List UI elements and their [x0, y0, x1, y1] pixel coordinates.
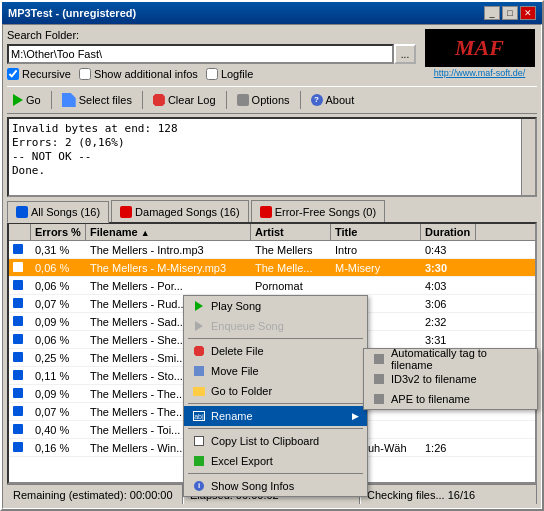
- minimize-button[interactable]: _: [484, 6, 500, 20]
- copy-list-icon: [192, 434, 206, 448]
- submenu-id3v2[interactable]: ID3v2 to filename: [364, 369, 537, 389]
- ctx-delete-file[interactable]: Delete File: [184, 341, 367, 361]
- log-line-4: Done.: [12, 164, 532, 178]
- row-icon-blue: [13, 442, 23, 452]
- submenu-arrow: ▶: [352, 411, 359, 421]
- about-icon: ?: [311, 94, 323, 106]
- logo-area: MAF http://www.maf-soft.de/: [422, 29, 537, 79]
- select-files-button[interactable]: Select files: [56, 89, 138, 111]
- browse-button[interactable]: ...: [394, 44, 416, 64]
- row-icon-blue: [13, 316, 23, 326]
- row-icon-blue: [13, 298, 23, 308]
- ctx-rename[interactable]: ab| Rename ▶: [184, 406, 367, 426]
- row-icon-blue: [13, 406, 23, 416]
- row-icon-blue: [13, 370, 23, 380]
- go-icon: [13, 94, 23, 106]
- table-row[interactable]: 0,31 % The Mellers - Intro.mp3 The Melle…: [9, 241, 535, 259]
- folder-input[interactable]: [7, 44, 394, 64]
- col-header-errors[interactable]: Errors %: [31, 224, 86, 240]
- main-window: MP3Test - (unregistered) _ □ ✕ Search Fo…: [0, 0, 544, 511]
- play-icon: [192, 299, 206, 313]
- rename-submenu: Automatically tag to filename ID3v2 to f…: [363, 348, 538, 410]
- show-additional-checkbox-label[interactable]: Show additional infos: [79, 68, 198, 80]
- col-header-icon[interactable]: [9, 224, 31, 240]
- table-row[interactable]: 0,06 % The Mellers - M-Misery.mp3 The Me…: [9, 259, 535, 277]
- options-icon: [237, 94, 249, 106]
- search-folder-label: Search Folder:: [7, 29, 79, 41]
- tab-error-free-songs[interactable]: Error-Free Songs (0): [251, 200, 385, 222]
- row-icon-blue: [13, 334, 23, 344]
- row-icon-blue: [13, 244, 23, 254]
- search-folder-section: Search Folder: ... Recursive: [7, 29, 416, 83]
- recursive-checkbox[interactable]: [7, 68, 19, 80]
- window-title: MP3Test - (unregistered): [8, 7, 136, 19]
- tab-all-songs-icon: [16, 206, 28, 218]
- table-row[interactable]: 0,06 % The Mellers - Por... Pornomat 4:0…: [9, 277, 535, 295]
- info-icon: i: [192, 479, 206, 493]
- log-line-2: Errors: 2 (0,16%): [12, 136, 532, 150]
- col-header-title[interactable]: Title: [331, 224, 421, 240]
- submenu-ape[interactable]: APE to filename: [364, 389, 537, 409]
- toolbar-separator-3: [226, 91, 227, 109]
- status-remaining: Remaining (estimated): 00:00:00: [7, 485, 183, 504]
- logfile-checkbox-label[interactable]: Logfile: [206, 68, 253, 80]
- table-header: Errors % Filename ▲ Artist Title Duratio…: [9, 224, 535, 241]
- row-icon-blue: [13, 352, 23, 362]
- ctx-move-file[interactable]: Move File: [184, 361, 367, 381]
- row-icon-blue: [13, 280, 23, 290]
- ctx-goto-folder[interactable]: Go to Folder: [184, 381, 367, 401]
- ctx-sep-3: [188, 428, 363, 429]
- tab-all-songs[interactable]: All Songs (16): [7, 201, 109, 223]
- delete-icon: [192, 344, 206, 358]
- context-menu: Play Song Enqueue Song Delete File Move …: [183, 295, 368, 497]
- folder-icon: [192, 384, 206, 398]
- log-scrollbar[interactable]: [521, 119, 535, 195]
- go-button[interactable]: Go: [7, 89, 47, 111]
- ctx-copy-list[interactable]: Copy List to Clipboard: [184, 431, 367, 451]
- tab-error-free-songs-icon: [260, 206, 272, 218]
- show-additional-checkbox[interactable]: [79, 68, 91, 80]
- ape-icon: [372, 392, 386, 406]
- col-header-artist[interactable]: Artist: [251, 224, 331, 240]
- clear-log-icon: [153, 94, 165, 106]
- rename-icon: ab|: [192, 409, 206, 423]
- ctx-excel-export[interactable]: Excel Export: [184, 451, 367, 471]
- row-icon-blue: [13, 388, 23, 398]
- status-checking: Checking files... 16/16: [360, 485, 537, 504]
- col-header-duration[interactable]: Duration: [421, 224, 476, 240]
- log-area: Invalid bytes at end: 128 Errors: 2 (0,1…: [7, 117, 537, 197]
- enqueue-icon: [192, 319, 206, 333]
- select-files-icon: [62, 93, 76, 107]
- row-icon-blue: [13, 262, 23, 272]
- window-controls: _ □ ✕: [484, 6, 536, 20]
- clear-log-button[interactable]: Clear Log: [147, 89, 222, 111]
- ctx-show-song-infos[interactable]: i Show Song Infos: [184, 476, 367, 496]
- ctx-sep-1: [188, 338, 363, 339]
- toolbar-separator-2: [142, 91, 143, 109]
- ctx-sep-2: [188, 403, 363, 404]
- close-button[interactable]: ✕: [520, 6, 536, 20]
- ctx-sep-4: [188, 473, 363, 474]
- move-icon: [192, 364, 206, 378]
- sort-indicator: ▲: [141, 228, 150, 238]
- maximize-button[interactable]: □: [502, 6, 518, 20]
- logfile-checkbox[interactable]: [206, 68, 218, 80]
- logo-text: MAF: [455, 35, 504, 61]
- toolbar-separator-1: [51, 91, 52, 109]
- options-button[interactable]: Options: [231, 89, 296, 111]
- tab-damaged-songs-icon: [120, 206, 132, 218]
- excel-icon: [192, 454, 206, 468]
- ctx-play-song[interactable]: Play Song: [184, 296, 367, 316]
- about-button[interactable]: ? About: [305, 89, 361, 111]
- log-line-1: Invalid bytes at end: 128: [12, 122, 532, 136]
- logo-url[interactable]: http://www.maf-soft.de/: [432, 67, 528, 79]
- col-header-filename[interactable]: Filename ▲: [86, 224, 251, 240]
- id3v2-icon: [372, 372, 386, 386]
- title-bar: MP3Test - (unregistered) _ □ ✕: [2, 2, 542, 24]
- ctx-enqueue-song: Enqueue Song: [184, 316, 367, 336]
- recursive-checkbox-label[interactable]: Recursive: [7, 68, 71, 80]
- submenu-auto-tag[interactable]: Automatically tag to filename: [364, 349, 537, 369]
- auto-tag-icon: [372, 352, 386, 366]
- tab-damaged-songs[interactable]: Damaged Songs (16): [111, 200, 249, 222]
- search-folder-row: Search Folder:: [7, 29, 416, 41]
